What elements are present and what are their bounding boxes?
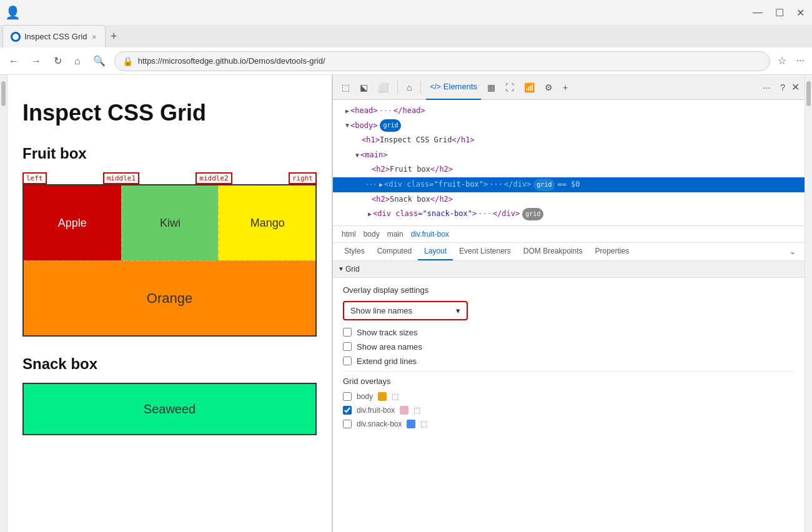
performance-icon[interactable]: ⚙ — [541, 80, 557, 95]
grid-label-middle1: middle1 — [103, 172, 139, 184]
grid-label-middle2: middle2 — [196, 172, 232, 184]
devtools-panel: ⬚ ⬕ ⬜ ⌂ </> Elements ▦ ⛶ 📶 ⚙ + ··· ? ✕ ▶ — [332, 75, 805, 532]
snack-box-overlay-inspect-icon[interactable]: ⬚ — [420, 420, 427, 428]
head-dots: ··· — [379, 104, 392, 118]
show-track-sizes-label: Show track sizes — [357, 328, 418, 337]
dom-row-h2-fruit[interactable]: <h2> Fruit box </h2> — [333, 162, 805, 177]
breadcrumb-div-fruit[interactable]: div.fruit-box — [407, 229, 453, 240]
tag-h2-snack-close: </h2> — [430, 193, 453, 207]
dom-row-snack-box[interactable]: ▶ <div class= "snack-box" > ··· </div> g… — [333, 207, 805, 222]
dom-row-body[interactable]: ▼ <body> grid — [333, 119, 805, 134]
home-button[interactable]: ⌂ — [71, 52, 84, 71]
body-color-swatch — [378, 392, 387, 401]
network-icon[interactable]: 📶 — [520, 80, 538, 95]
triangle-icon: ▼ — [345, 120, 349, 131]
breadcrumb-body[interactable]: body — [360, 229, 384, 240]
elements-tab[interactable]: </> Elements — [426, 75, 481, 100]
elements-tab-label: Elements — [443, 82, 477, 91]
grid-section-triangle: ▼ — [338, 265, 344, 272]
grid-section-header[interactable]: ▼ Grid — [333, 261, 805, 278]
tab-properties[interactable]: Properties — [589, 243, 636, 260]
cell-apple: Apple — [24, 185, 121, 260]
dropdown-value: Show line names — [350, 306, 412, 315]
tag-head: <head> — [350, 104, 377, 118]
tab-styles[interactable]: Styles — [338, 243, 371, 260]
triangle-icon: ▶ — [379, 179, 383, 190]
title-bar: 👤 — ☐ ✕ — [0, 0, 812, 25]
breadcrumb-main[interactable]: main — [384, 229, 407, 240]
favorite-button[interactable]: ☆ — [775, 52, 789, 69]
tag-h1-close: </h1> — [452, 134, 475, 147]
address-bar-right: ☆ ··· — [775, 52, 807, 69]
back-button[interactable]: ← — [5, 52, 22, 71]
console-icon[interactable]: ▦ — [483, 80, 499, 95]
url-text: https://microsoftedge.github.io/Demos/de… — [138, 56, 762, 66]
close-button[interactable]: ✕ — [794, 4, 807, 21]
tab-computed[interactable]: Computed — [371, 243, 418, 260]
fruit-grid: Apple Kiwi Mango Orange — [24, 185, 315, 335]
more-tools-icon[interactable]: + — [559, 80, 572, 95]
devtools-close-button[interactable]: ✕ — [791, 81, 800, 93]
sources-icon[interactable]: ⛶ — [502, 80, 518, 95]
device-emulation-icon[interactable]: ⬕ — [356, 80, 372, 95]
triangle-icon: ▶ — [368, 209, 372, 220]
tag-body: <body> — [350, 119, 377, 133]
tab-close-button[interactable]: × — [91, 32, 97, 42]
maximize-button[interactable]: ☐ — [773, 4, 786, 21]
snack-box-overlay-checkbox[interactable] — [343, 420, 352, 428]
more-options-icon[interactable]: ··· — [760, 80, 775, 95]
tab-event-listeners[interactable]: Event Listeners — [453, 243, 517, 260]
triangle-icon: ▼ — [355, 150, 359, 161]
browser-left-scrollbar[interactable] — [0, 75, 7, 532]
home-icon[interactable]: ⌂ — [403, 80, 415, 95]
fruit-box-overlay-inspect-icon[interactable]: ⬚ — [413, 406, 420, 415]
tab-favicon — [11, 32, 21, 42]
tabs-chevron-icon[interactable]: ⌄ — [786, 244, 800, 260]
body-overlay-inspect-icon[interactable]: ⬚ — [392, 392, 399, 401]
url-bar[interactable]: 🔒 https://microsoftedge.github.io/Demos/… — [114, 51, 770, 71]
body-overlay-checkbox[interactable] — [343, 392, 352, 401]
tag-h2-snack: <h2> — [372, 193, 390, 207]
dom-row-h2-snack[interactable]: <h2> Snack box </h2> — [333, 192, 805, 207]
fruit-dots: ··· — [489, 178, 503, 192]
body-grid-badge: grid — [380, 119, 401, 132]
refresh-button[interactable]: ↻ — [50, 51, 66, 71]
dom-row-head[interactable]: ▶ <head> ··· </head> — [333, 104, 805, 119]
show-track-sizes-checkbox[interactable] — [343, 328, 352, 337]
breadcrumb-html[interactable]: html — [338, 229, 360, 240]
h2-snack-text: Snack box — [390, 193, 430, 207]
show-track-sizes-row: Show track sizes — [343, 328, 795, 337]
grid-section-label: Grid — [345, 265, 360, 273]
forward-button[interactable]: → — [27, 52, 45, 71]
main-area: Inspect CSS Grid Fruit box left middle1 … — [0, 75, 812, 532]
active-tab[interactable]: Inspect CSS Grid × — [2, 25, 106, 47]
minimize-button[interactable]: — — [750, 4, 765, 21]
snack-grid-badge: grid — [522, 208, 543, 220]
tag-h2: <h2> — [372, 163, 390, 177]
new-tab-button[interactable]: + — [106, 25, 122, 47]
tag-div-fruit-close: > — [483, 178, 488, 192]
toolbar-separator-2 — [420, 81, 421, 94]
snack-box-color-swatch — [407, 420, 415, 428]
profile-icon[interactable]: 👤 — [5, 5, 21, 20]
dom-row-h1[interactable]: <h1> Inspect CSS Grid </h1> — [333, 133, 805, 148]
fruit-box: Apple Kiwi Mango Orange — [22, 184, 317, 337]
h1-text: Inspect CSS Grid — [380, 134, 452, 147]
devtools-scrollbar[interactable] — [805, 75, 812, 532]
extend-grid-lines-checkbox[interactable] — [343, 357, 352, 365]
split-screen-icon[interactable]: ⬜ — [374, 80, 392, 95]
more-button[interactable]: ··· — [794, 52, 807, 69]
tab-layout[interactable]: Layout — [418, 243, 453, 260]
tab-dom-breakpoints[interactable]: DOM Breakpoints — [517, 243, 589, 260]
fruit-box-overlay-checkbox[interactable] — [343, 406, 352, 415]
breadcrumb: html body main div.fruit-box — [333, 226, 805, 243]
search-button[interactable]: 🔍 — [89, 51, 109, 71]
dom-row-fruit-box[interactable]: ··· ▶ <div class= "fruit-box" > ··· </di… — [333, 177, 805, 192]
help-icon[interactable]: ? — [776, 80, 789, 95]
attr-fruit-class: "fruit-box" — [434, 178, 483, 192]
fruit-box-color-swatch — [400, 406, 408, 415]
show-area-names-checkbox[interactable] — [343, 342, 352, 351]
show-line-names-dropdown[interactable]: Show line names ▾ — [343, 301, 468, 320]
dom-row-main[interactable]: ▼ <main> — [333, 148, 805, 163]
inspect-element-icon[interactable]: ⬚ — [338, 80, 354, 95]
